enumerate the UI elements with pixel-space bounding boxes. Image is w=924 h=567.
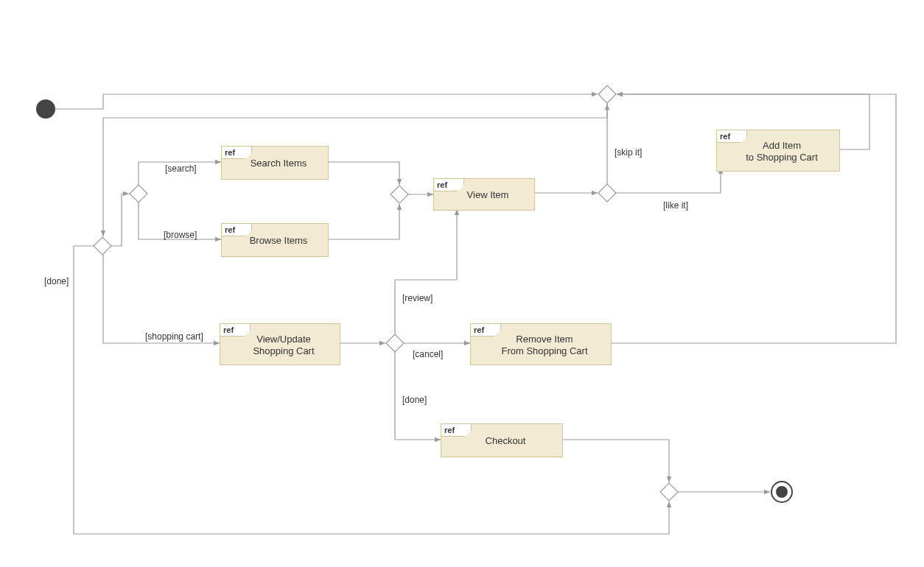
edge-main-done xyxy=(74,246,669,534)
activity-diagram xyxy=(0,0,924,567)
ref-tag: ref xyxy=(221,146,252,159)
guard-cancel: [cancel] xyxy=(413,349,443,359)
ref-label: View Item xyxy=(434,189,534,201)
merge-view xyxy=(391,186,408,203)
edge-browse-to-mergeview xyxy=(327,204,399,239)
guard-search: [search] xyxy=(165,163,197,174)
ref-view-item: ref View Item xyxy=(433,178,535,211)
edge-main-to-sb xyxy=(111,194,129,246)
ref-label: Add Item to Shopping Cart xyxy=(717,140,839,163)
ref-label: Browse Items xyxy=(222,235,328,247)
guard-review: [review] xyxy=(402,293,433,303)
edge-main-to-cart xyxy=(103,255,220,343)
edge-initial-to-top xyxy=(55,94,598,109)
svg-point-1 xyxy=(776,486,788,498)
ref-remove-item: ref Remove Item From Shopping Cart xyxy=(470,323,612,365)
final-node xyxy=(771,482,792,502)
ref-tag: ref xyxy=(221,223,252,236)
edge-review xyxy=(395,209,457,334)
edge-checkout-to-end xyxy=(561,440,669,482)
guard-skip-it: [skip it] xyxy=(615,147,642,158)
decision-search-browse xyxy=(130,185,147,202)
ref-label: Checkout xyxy=(441,435,562,447)
ref-tag: ref xyxy=(441,423,472,437)
ref-browse-items: ref Browse Items xyxy=(221,223,329,257)
guard-like-it: [like it] xyxy=(663,200,688,211)
guard-browse: [browse] xyxy=(164,230,197,240)
ref-checkout: ref Checkout xyxy=(441,423,563,457)
edge-likeit xyxy=(616,168,721,193)
guard-shopping-cart: [shopping cart] xyxy=(145,331,203,342)
decision-like xyxy=(598,184,616,202)
ref-search-items: ref Search Items xyxy=(221,146,329,180)
ref-label: View/Update Shopping Cart xyxy=(220,334,340,356)
ref-label: Search Items xyxy=(222,158,328,169)
decision-cart xyxy=(386,334,404,352)
ref-label: Remove Item From Shopping Cart xyxy=(471,334,611,356)
guard-done-main: [done] xyxy=(44,276,69,286)
merge-end xyxy=(660,483,678,501)
ref-view-update-cart: ref View/Update Shopping Cart xyxy=(220,323,340,365)
merge-top xyxy=(598,85,616,103)
ref-add-item: ref Add Item to Shopping Cart xyxy=(716,130,840,172)
edge-search-to-mergeview xyxy=(327,162,399,185)
guard-done-cart: [done] xyxy=(402,395,427,405)
initial-node xyxy=(36,99,55,119)
decision-main xyxy=(94,237,111,255)
